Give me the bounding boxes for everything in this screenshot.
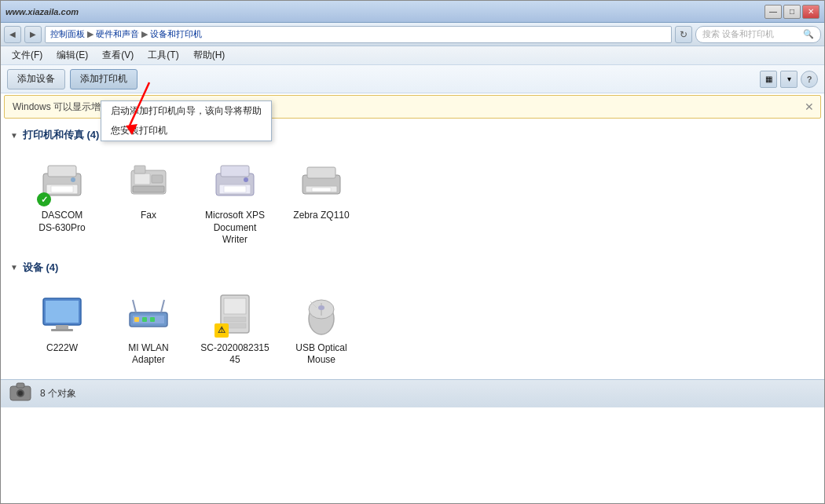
breadcrumb-sep-2: ▶ — [141, 29, 148, 39]
menu-edit[interactable]: 编辑(E) — [50, 47, 94, 64]
svg-rect-8 — [134, 173, 150, 184]
title-bar: www.xiazaila.com — □ ✕ — [1, 1, 824, 23]
svg-point-16 — [244, 177, 248, 182]
device-item-router[interactable]: MI WLANAdapter — [109, 284, 188, 371]
menu-tools[interactable]: 工具(T) — [141, 47, 185, 64]
breadcrumb-item-1[interactable]: 控制面板 — [50, 28, 85, 40]
device-icon-router — [123, 289, 174, 339]
svg-rect-11 — [134, 166, 145, 173]
title-bar-controls: — □ ✕ — [764, 5, 820, 19]
close-button[interactable]: ✕ — [802, 5, 820, 19]
address-bar: ◀ ▶ 控制面板 ▶ 硬件和声音 ▶ 设备和打印机 ↻ 搜索 设备和打印机 🔍 — [1, 23, 824, 46]
add-printer-button[interactable]: 添加打印机 — [70, 69, 138, 89]
printer-icon-zebra — [296, 156, 346, 206]
menu-bar: 文件(F) 编辑(E) 查看(V) 工具(T) 帮助(H) — [1, 46, 824, 65]
search-bar[interactable]: 搜索 设备和打印机 🔍 — [695, 26, 821, 43]
toolbar: 添加设备 添加打印机 ▦ ▾ ? — [1, 65, 824, 93]
device-label-router: MI WLANAdapter — [128, 342, 168, 367]
svg-rect-24 — [51, 329, 73, 331]
status-camera-icon — [9, 380, 32, 407]
svg-point-39 — [318, 305, 324, 310]
devices-grid: C222W MI WLANAdapter — [7, 279, 818, 376]
menu-help[interactable]: 帮助(H) — [187, 47, 232, 64]
status-bar: 8 个对象 — [1, 379, 824, 407]
printer-label-xps: Microsoft XPSDocumentWriter — [205, 210, 265, 247]
printer-item-dascom[interactable]: ✓ DASCOMDS-630Pro — [23, 152, 101, 251]
breadcrumb-item-3[interactable]: 设备和打印机 — [150, 28, 202, 40]
printer-label-zebra: Zebra ZQ110 — [293, 210, 349, 222]
svg-rect-23 — [56, 325, 68, 329]
svg-rect-5 — [51, 186, 73, 192]
svg-rect-34 — [224, 317, 246, 322]
svg-rect-22 — [46, 301, 79, 323]
device-item-storage[interactable]: ⚠ SC-202008231545 — [196, 284, 274, 371]
devices-section-arrow: ▼ — [10, 263, 18, 272]
svg-line-30 — [133, 300, 136, 312]
printer-item-fax[interactable]: Fax — [109, 152, 188, 251]
svg-rect-18 — [307, 167, 336, 178]
svg-rect-44 — [16, 383, 24, 388]
devices-section-title: 设备 (4) — [23, 261, 59, 275]
device-icon-monitor — [37, 289, 87, 339]
status-object-count: 8 个对象 — [40, 387, 76, 400]
breadcrumb-item-2[interactable]: 硬件和声音 — [96, 28, 139, 40]
svg-rect-10 — [133, 186, 164, 192]
svg-rect-15 — [224, 186, 246, 192]
toolbar-right: ▦ ▾ ? — [760, 71, 818, 88]
menu-view[interactable]: 查看(V) — [96, 47, 140, 64]
device-icon-mouse — [296, 289, 346, 339]
refresh-button[interactable]: ↻ — [675, 26, 692, 43]
search-icon: 🔍 — [803, 29, 814, 39]
svg-rect-33 — [224, 298, 246, 314]
tooltip-menu: 启动添加打印机向导，该向导将帮助 您安装打印机 — [101, 100, 272, 141]
device-label-mouse: USB OpticalMouse — [295, 342, 346, 367]
view-dropdown-button[interactable]: ▾ — [780, 71, 798, 88]
printer-item-zebra[interactable]: Zebra ZQ110 — [282, 152, 361, 251]
menu-file[interactable]: 文件(F) — [6, 47, 49, 64]
main-content: ▼ 打印机和传真 (4) ✓ DASCOMDS-630Pro — [1, 120, 824, 379]
search-placeholder: 搜索 设备和打印机 — [702, 28, 774, 40]
breadcrumb: 控制面板 ▶ 硬件和声音 ▶ 设备和打印机 — [45, 26, 672, 43]
svg-rect-28 — [142, 317, 147, 322]
device-icon-storage: ⚠ — [210, 289, 260, 339]
svg-rect-29 — [150, 317, 155, 322]
svg-point-6 — [71, 177, 75, 182]
breadcrumb-sep-1: ▶ — [87, 29, 94, 39]
forward-button[interactable]: ▶ — [24, 26, 42, 43]
device-item-mouse[interactable]: USB OpticalMouse — [282, 284, 361, 371]
storage-warn-badge: ⚠ — [214, 323, 229, 338]
dascom-check-badge: ✓ — [37, 192, 51, 206]
svg-rect-13 — [221, 166, 249, 177]
back-button[interactable]: ◀ — [4, 26, 21, 43]
printer-icon-fax — [123, 156, 174, 206]
device-item-monitor[interactable]: C222W — [23, 284, 101, 371]
site-logo: www.xiazaila.com — [6, 7, 79, 16]
printer-icon-dascom: ✓ — [37, 156, 87, 206]
maximize-button[interactable]: □ — [783, 5, 801, 19]
svg-rect-9 — [152, 175, 163, 183]
printers-grid: ✓ DASCOMDS-630Pro Fax — [7, 147, 818, 256]
printer-item-xps[interactable]: Microsoft XPSDocumentWriter — [196, 152, 274, 251]
svg-line-31 — [161, 300, 164, 312]
svg-rect-20 — [312, 188, 331, 192]
svg-point-43 — [18, 391, 23, 396]
view-toggle-button[interactable]: ▦ — [760, 71, 777, 88]
help-button[interactable]: ? — [801, 71, 818, 88]
printers-section-title: 打印机和传真 (4) — [23, 128, 100, 142]
printer-icon-xps — [210, 156, 260, 206]
printer-label-dascom: DASCOMDS-630Pro — [38, 210, 85, 234]
device-label-storage: SC-202008231545 — [200, 342, 269, 367]
add-device-button[interactable]: 添加设备 — [7, 69, 65, 89]
svg-rect-27 — [134, 317, 139, 322]
printer-label-fax: Fax — [141, 210, 156, 222]
svg-rect-3 — [48, 166, 76, 177]
minimize-button[interactable]: — — [764, 5, 782, 19]
title-bar-left: www.xiazaila.com — [6, 7, 79, 16]
printers-section-arrow: ▼ — [10, 131, 18, 140]
tooltip-menu-item-1[interactable]: 启动添加打印机向导，该向导将帮助 — [101, 101, 271, 121]
device-label-monitor: C222W — [46, 342, 78, 355]
devices-section-header[interactable]: ▼ 设备 (4) — [7, 256, 818, 279]
tooltip-menu-item-2[interactable]: 您安装打印机 — [101, 121, 271, 141]
notification-close-button[interactable]: ✕ — [805, 100, 814, 113]
